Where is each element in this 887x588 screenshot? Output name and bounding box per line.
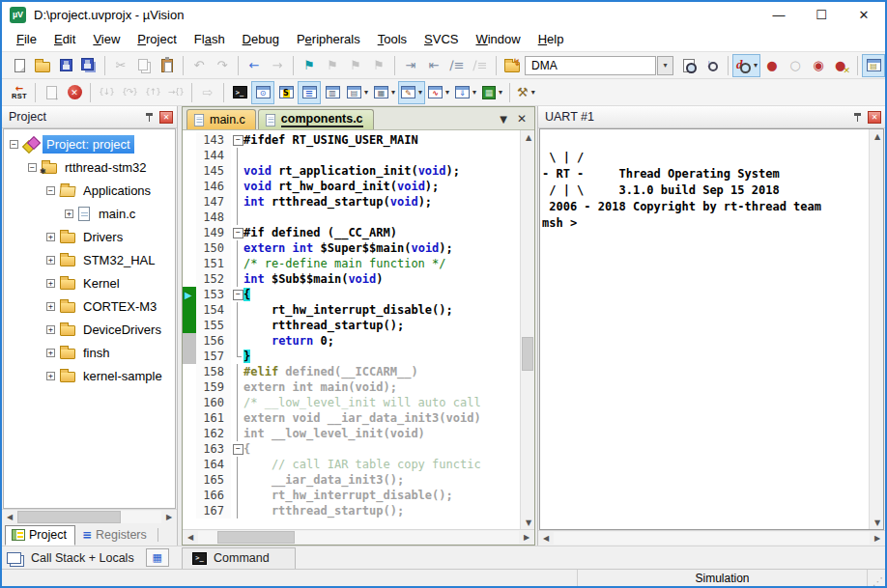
expand-icon[interactable]: + [46, 325, 55, 334]
pin-icon[interactable] [144, 111, 156, 123]
next-bookmark-button[interactable]: ⚑ [344, 54, 367, 77]
symbol-window-button[interactable] [274, 81, 298, 104]
chevron-down-icon[interactable]: ▾ [472, 88, 476, 97]
tree-item-devicedrivers[interactable]: +DeviceDrivers [4, 318, 175, 341]
code-line-167[interactable]: 167 rtthread_startup(); [183, 503, 520, 518]
scroll-right-icon[interactable]: ▶ [870, 532, 885, 546]
uart-hscroll-track[interactable] [554, 532, 870, 545]
maximize-button[interactable]: ☐ [800, 2, 843, 27]
chevron-down-icon[interactable]: ▾ [418, 88, 422, 97]
tree-item-kernel[interactable]: +Kernel [4, 271, 175, 294]
code-line-161[interactable]: 161extern void __iar_data_init3(void) [183, 410, 520, 426]
menu-debug[interactable]: Debug [234, 29, 288, 49]
scroll-up-icon[interactable]: ▲ [521, 130, 536, 144]
scroll-left-icon[interactable]: ◀ [538, 532, 554, 546]
code-line-165[interactable]: 165 __iar_data_init3(); [183, 472, 520, 488]
expand-icon[interactable]: + [46, 372, 55, 380]
code-line-156[interactable]: 156 return 0; [183, 333, 520, 349]
panel-close-icon[interactable]: ✕ [159, 111, 173, 124]
code-editor[interactable]: 143#ifdef RT_USING_USER_MAIN144145void r… [183, 130, 520, 529]
cut-button[interactable]: ✂ [109, 54, 132, 77]
uart-terminal[interactable]: \ | / - RT - Thread Operating System / |… [540, 129, 869, 529]
new-file-button[interactable] [8, 54, 31, 77]
system-analyzer-button[interactable]: ▾ [452, 81, 479, 104]
code-line-162[interactable]: 162int __low_level_init(void) [183, 426, 520, 441]
project-hscroll-track[interactable] [17, 511, 161, 523]
menu-tools[interactable]: Tools [369, 29, 415, 49]
menu-help[interactable]: Help [529, 29, 573, 49]
scroll-down-icon[interactable]: ▼ [521, 516, 536, 529]
pin-icon[interactable] [852, 111, 864, 123]
fold-collapse-icon[interactable] [231, 441, 243, 457]
close-tab-icon[interactable]: ✕ [517, 112, 527, 126]
chevron-down-icon[interactable]: ▾ [391, 88, 395, 97]
kill-all-breakpoints-button[interactable] [830, 54, 853, 77]
minimize-button[interactable]: — [758, 2, 800, 27]
run-button[interactable] [40, 81, 63, 104]
chevron-down-icon[interactable]: ▾ [499, 88, 502, 97]
find-in-files-button[interactable] [677, 54, 701, 77]
tree-item-finsh[interactable]: +finsh [4, 341, 175, 364]
logic-analyzer-button[interactable]: ▾ [425, 81, 452, 104]
run-to-cursor-button[interactable]: →{} [164, 81, 187, 104]
tree-item-applications[interactable]: −Applications [4, 179, 175, 202]
comment-button[interactable]: ∕≡ [445, 54, 469, 77]
step-out-button[interactable]: {↑} [141, 81, 164, 104]
code-line-160[interactable]: 160/* __low_level_init will auto call [183, 395, 520, 410]
code-line-151[interactable]: 151/* re-define main function */ [183, 256, 520, 271]
disable-all-breakpoints-button[interactable]: ◉ [807, 54, 830, 77]
chevron-down-icon[interactable]: ▾ [754, 61, 758, 70]
uart-vscrollbar[interactable]: ▲ ▼ [869, 129, 883, 529]
save-all-button[interactable] [77, 54, 100, 77]
system-viewer-button[interactable]: ▦▾ [479, 81, 505, 104]
watch-windows-button[interactable]: ▾ [398, 81, 425, 104]
menu-file[interactable]: File [8, 29, 45, 49]
show-next-statement-button[interactable]: ⇨ [196, 81, 219, 104]
step-over-button[interactable]: {↷} [118, 81, 141, 104]
stop-button[interactable]: ✕ [63, 81, 86, 104]
toggle-bookmark-button[interactable]: ⚑ [298, 54, 321, 77]
menu-window[interactable]: Window [467, 29, 529, 49]
expand-icon[interactable]: + [46, 279, 55, 288]
menu-flash[interactable]: Flash [186, 29, 234, 49]
disassembly-window-button[interactable] [251, 81, 274, 104]
editor-hscroll-track[interactable] [198, 531, 519, 544]
tree-item-project-project[interactable]: −Project: project [4, 132, 175, 155]
uncomment-button[interactable]: ∕≡ [469, 54, 492, 77]
serial-windows-button[interactable] [298, 81, 321, 104]
tree-item-cortex-m3[interactable]: +CORTEX-M3 [4, 294, 175, 318]
collapse-icon[interactable]: − [28, 163, 37, 172]
project-hscrollbar[interactable]: ◀ ▶ [2, 509, 177, 524]
enable-disable-breakpoint-button[interactable]: ○ [784, 54, 807, 77]
load-application-button[interactable] [501, 54, 524, 77]
tab-components-c[interactable]: components.c [258, 109, 374, 129]
code-line-146[interactable]: 146void rt_hw_board_init(void); [183, 179, 520, 194]
target-combo[interactable]: DMA [525, 56, 656, 75]
code-line-148[interactable]: 148 [183, 210, 520, 225]
code-line-166[interactable]: 166 rt_hw_interrupt_disable(); [183, 488, 520, 503]
previous-bookmark-button[interactable]: ⚑ [321, 54, 344, 77]
tree-item-kernel-sample[interactable]: +kernel-sample [4, 364, 175, 387]
code-line-150[interactable]: 150extern int $Super$$main(void); [183, 240, 520, 256]
code-line-163[interactable]: 163{ [183, 441, 520, 457]
tree-item-stm32-hal[interactable]: +STM32_HAL [4, 248, 175, 271]
collapse-icon[interactable]: − [46, 186, 55, 195]
tree-item-main-c[interactable]: +main.c [4, 202, 175, 225]
callstack-bar[interactable]: Call Stack + Locals ▦ [2, 548, 178, 567]
project-hscroll-thumb[interactable] [17, 511, 121, 523]
tree-item-rtthread-stm32[interactable]: −rtthread-stm32 [4, 155, 175, 179]
menu-project[interactable]: Project [129, 29, 185, 49]
navigate-back-button[interactable]: ← [243, 54, 266, 77]
trace-windows-button[interactable]: ▾ [344, 81, 371, 104]
insert-breakpoint-button[interactable]: ● [760, 54, 784, 77]
code-line-144[interactable]: 144 [183, 148, 520, 163]
tab-main-c[interactable]: main.c [186, 109, 256, 129]
scroll-right-icon[interactable]: ▶ [161, 511, 177, 524]
expand-icon[interactable]: + [46, 256, 55, 265]
chevron-down-icon[interactable]: ▾ [531, 88, 535, 97]
toolbox-button[interactable]: ⚒▾ [514, 81, 538, 104]
tab-project[interactable]: Project [5, 525, 75, 546]
menu-edit[interactable]: Edit [45, 29, 84, 49]
undo-button[interactable]: ↶ [187, 54, 211, 77]
start-stop-debug-button[interactable]: ▾ [732, 54, 760, 77]
